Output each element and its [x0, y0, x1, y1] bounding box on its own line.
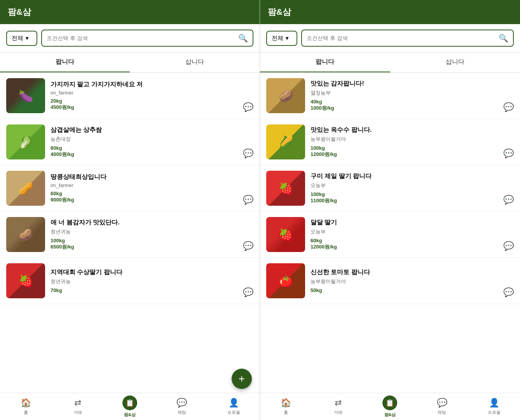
list-item: 🥬 삼겹살에는 상추쌈 농촌대장 80kg 4000원/kg 💬	[0, 119, 260, 165]
left-search-input[interactable]	[47, 35, 235, 41]
list-item: 🍓 달달 딸기 오농부 60kg 12000원/kg 💬	[260, 212, 520, 258]
left-search-wrap: 🔍	[41, 30, 253, 47]
left-tab-sell[interactable]: 팝니다	[0, 52, 130, 72]
product-seller: 청년귀농	[51, 278, 253, 285]
left-screen: 팜&삼 전체 ▾ 🔍 팝니다 삽니다 🍆 가지까지 팔고 가지가지하네요 저	[0, 0, 260, 420]
product-amount: 100kg	[311, 191, 514, 197]
list-item: 🍓 지역대회 수상딸기 팝니다 청년귀농 70kg 💬	[0, 258, 260, 304]
product-image: 🥜	[6, 171, 45, 206]
nav-icon: 💬	[437, 398, 447, 408]
left-app-title: 팜&삼	[8, 7, 31, 17]
nav-label: 팜&삼	[124, 412, 136, 418]
list-item: 🥔 애 너 봄감자가 맛있단다. 청년귀농 100kg 6500원/kg 💬	[0, 212, 260, 258]
product-info: 애 너 봄감자가 맛있단다. 청년귀농 100kg 6500원/kg	[51, 219, 253, 250]
product-seller: 농촌대장	[51, 136, 253, 143]
left-search-button[interactable]: 🔍	[238, 33, 248, 43]
product-info: 구미 제일 딸기 팝니다 오농부 100kg 11000원/kg	[311, 172, 514, 204]
product-amount: 40kg	[311, 99, 514, 105]
right-bottom-nav: 🏠 홈 ⇄ 거래 📋 팜&삼 💬 채팅 👤 프로필	[260, 393, 520, 420]
chat-button[interactable]: 💬	[503, 102, 514, 112]
product-amount: 60kg	[311, 238, 514, 243]
chat-button[interactable]: 💬	[503, 149, 514, 159]
right-search-input[interactable]	[307, 35, 496, 41]
chat-button[interactable]: 💬	[503, 287, 514, 298]
product-price: 9000원/kg	[51, 196, 253, 203]
product-amount: 100kg	[311, 145, 514, 151]
product-amount: 80kg	[51, 145, 253, 151]
nav-item-거래[interactable]: ⇄ 거래	[52, 393, 104, 420]
product-title: 지역대회 수상딸기 팝니다	[51, 268, 253, 276]
nav-label: 채팅	[438, 410, 446, 415]
left-tab-buy[interactable]: 삽니다	[130, 52, 260, 72]
product-image: 🥔	[6, 217, 45, 252]
nav-icon: ⇄	[74, 398, 81, 408]
chevron-down-icon: ▾	[286, 35, 289, 42]
product-price: 12000원/kg	[311, 151, 514, 158]
right-product-list: 🥔 맛있는 감자팝니다! 열정농부 40kg 1000원/kg 💬 🌽 맛있는 …	[260, 73, 520, 393]
nav-item-프로필[interactable]: 👤 프로필	[468, 393, 520, 420]
right-category-dropdown[interactable]: 전체 ▾	[266, 31, 297, 46]
product-title: 달달 딸기	[311, 219, 514, 227]
chat-button[interactable]: 💬	[503, 195, 514, 205]
product-seller: 오농부	[311, 228, 514, 235]
product-info: 지역대회 수상딸기 팝니다 청년귀농 70kg	[51, 268, 253, 293]
list-item: 🥜 땅콩상태최상입니다 im_farmer 60kg 9000원/kg 💬	[0, 165, 260, 212]
product-seller: im_farmer	[51, 182, 253, 188]
nav-item-팜&삼[interactable]: 📋 팜&삼	[104, 393, 156, 420]
nav-label: 채팅	[178, 410, 186, 415]
product-image: 🍓	[6, 263, 45, 298]
product-seller: 농부왕이될거야	[311, 278, 514, 285]
nav-icon: 👤	[489, 398, 499, 408]
right-tab-buy[interactable]: 삽니다	[390, 52, 520, 72]
list-item: 🍆 가지까지 팔고 가지가지하네요 저 im_farmer 20kg 4500원…	[0, 73, 260, 119]
chat-button[interactable]: 💬	[243, 195, 253, 205]
product-image: 🥬	[6, 124, 45, 159]
nav-item-홈[interactable]: 🏠 홈	[260, 393, 312, 420]
nav-icon: 👤	[229, 398, 239, 408]
left-category-dropdown[interactable]: 전체 ▾	[6, 31, 37, 46]
add-listing-button[interactable]: +	[232, 369, 252, 389]
chat-button[interactable]: 💬	[243, 149, 253, 159]
product-amount: 20kg	[51, 98, 253, 104]
nav-item-거래[interactable]: ⇄ 거래	[312, 393, 364, 420]
list-item: 🥔 맛있는 감자팝니다! 열정농부 40kg 1000원/kg 💬	[260, 73, 520, 119]
product-image: 🍆	[6, 78, 45, 113]
nav-label: 홈	[24, 410, 28, 415]
product-amount: 60kg	[51, 191, 253, 196]
nav-icon-active: 📋	[382, 396, 397, 410]
chat-button[interactable]: 💬	[503, 241, 514, 251]
nav-item-팜&삼[interactable]: 📋 팜&삼	[364, 393, 416, 420]
product-image: 🍅	[266, 263, 305, 298]
left-product-list: 🍆 가지까지 팔고 가지가지하네요 저 im_farmer 20kg 4500원…	[0, 73, 260, 393]
right-search-bar: 전체 ▾ 🔍	[260, 24, 520, 52]
list-item: 🍅 신선한 토마토 팝니다 농부왕이될거야 50kg 💬	[260, 258, 520, 304]
nav-icon: 🏠	[21, 398, 31, 408]
nav-item-채팅[interactable]: 💬 채팅	[416, 393, 468, 420]
left-search-bar: 전체 ▾ 🔍	[0, 24, 260, 52]
nav-label: 홈	[284, 410, 288, 415]
right-screen: 팜&삼 전체 ▾ 🔍 팝니다 삽니다 🥔 맛있는 감자팝니다!	[260, 0, 520, 420]
right-tabs: 팝니다 삽니다	[260, 52, 520, 73]
right-tab-sell[interactable]: 팝니다	[260, 52, 390, 72]
nav-item-홈[interactable]: 🏠 홈	[0, 393, 52, 420]
product-seller: 열정농부	[311, 89, 514, 96]
product-seller: 오농부	[311, 182, 514, 189]
chat-button[interactable]: 💬	[243, 241, 253, 251]
chat-button[interactable]: 💬	[243, 287, 253, 298]
list-item: 🌽 맛있는 옥수수 팝니다. 농부왕이될거야 100kg 12000원/kg 💬	[260, 119, 520, 165]
product-title: 삼겹살에는 상추쌈	[51, 126, 253, 134]
nav-item-프로필[interactable]: 👤 프로필	[208, 393, 260, 420]
nav-label: 거래	[334, 410, 342, 415]
chat-button[interactable]: 💬	[243, 102, 253, 112]
product-title: 애 너 봄감자가 맛있단다.	[51, 219, 253, 227]
product-title: 가지까지 팔고 가지가지하네요 저	[51, 80, 253, 89]
product-seller: im_farmer	[51, 90, 253, 96]
right-search-button[interactable]: 🔍	[499, 33, 508, 43]
product-amount: 50kg	[311, 287, 514, 293]
nav-item-채팅[interactable]: 💬 채팅	[156, 393, 208, 420]
product-info: 땅콩상태최상입니다 im_farmer 60kg 9000원/kg	[51, 173, 253, 204]
right-app-title: 팜&삼	[268, 7, 291, 17]
nav-label: 거래	[73, 410, 82, 415]
nav-label: 팜&삼	[384, 412, 396, 418]
product-price: 1000원/kg	[311, 105, 514, 112]
